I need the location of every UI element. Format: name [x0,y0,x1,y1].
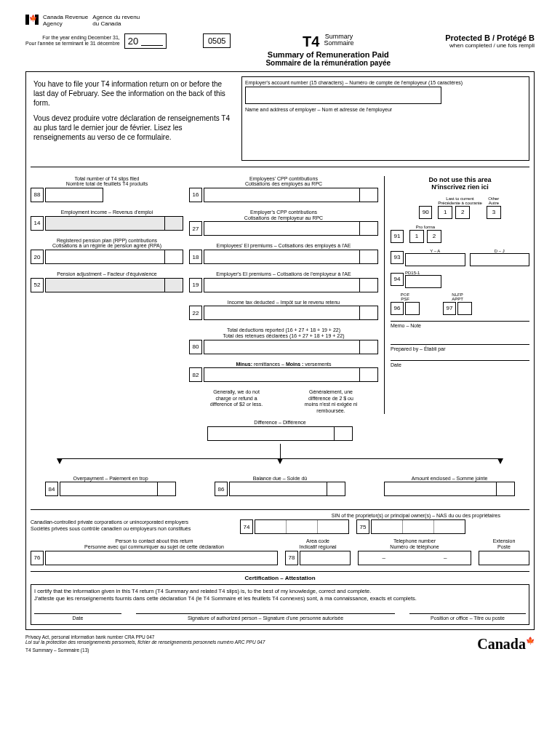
field-telephone: Telephone number Numéro de téléphone –– [358,538,471,565]
input-extension[interactable] [479,551,529,565]
form-footer: Privacy Act, personal information bank n… [25,634,535,653]
row-96-97: POF PSF96 NLFP APPT97 [391,292,529,315]
field-extension: Extension Poste [479,538,529,565]
input-74[interactable] [255,519,349,534]
field-82: Minus: remittances – Moins : versements8… [189,362,378,383]
input-82[interactable] [204,367,378,382]
year-input[interactable]: 20 [124,33,167,49]
field-22: Income tax deducted – Impôt sur le reven… [189,300,378,321]
difference-input[interactable] [207,426,353,441]
input-75[interactable] [371,519,465,534]
field-18: Employees' EI premiums – Cotisations des… [189,243,378,264]
input-telephone[interactable]: –– [358,551,471,565]
right-column: Do not use this area N'inscrivez rien ic… [384,176,529,414]
prepared-field[interactable]: Prepared by – Établi par [391,344,529,359]
input-22[interactable] [204,306,378,320]
field-16: Employees' CPP contributions Cotisations… [189,176,378,202]
input-amount[interactable] [384,482,515,496]
input-78[interactable] [300,551,351,565]
input-14[interactable] [45,216,183,231]
arrow-down-icon [497,458,503,464]
field-78: Area code Indicatif régional 78 [285,538,351,565]
field-27: Employer's CPP contributions Cotisations… [189,210,378,236]
field-amount-enclosed: Amount enclosed – Somme jointe [384,476,515,497]
agency-name: Canada Revenue Agency [43,15,88,28]
difference-notes: Generally, we do not charge or refund a … [189,389,378,414]
form-header: Canada Revenue Agency Agence du revenu d… [25,15,535,28]
cert-signature[interactable]: Signature of authorized person – Signatu… [136,613,395,621]
main-title-fr: Sommaire de la rémunération payée [241,59,415,67]
field-19: Employer's EI premiums – Cotisations de … [189,271,378,292]
arrow-down-icon [277,458,283,464]
input-86[interactable] [229,482,345,496]
input-19[interactable] [204,278,378,292]
middle-column: Employees' CPP contributions Cotisations… [189,176,378,414]
cert-position[interactable]: Position or office – Titre ou poste [409,613,526,621]
field-86: Balance due – Solde dû86 [215,476,345,497]
year-text-fr: Pour l'année se terminant le 31 décembre [25,41,120,47]
input-16[interactable] [204,188,378,202]
year-text-en: For the year ending December 31, [25,35,120,41]
form-code: 0505 [203,33,231,48]
certification-box: I certify that the information given in … [31,584,529,626]
memo-field[interactable]: Memo – Note [391,321,529,343]
canada-wordmark: Canada🍁 [477,636,535,653]
input-18[interactable] [204,250,378,264]
input-88[interactable] [45,188,103,202]
form-body: You have to file your T4 information ret… [25,71,535,631]
employer-name-input[interactable] [245,113,526,157]
main-title-en: Summary of Remuneration Paid [241,50,415,59]
row-91: 91 Pro forma12 [391,225,529,243]
field-14: Employment income – Revenus d'emploi 14 [31,210,183,231]
form-t4: T4 [303,33,319,50]
protected-label: Protected B / Protégé B [425,33,535,42]
summary-label: Summary Sommaire [324,33,353,48]
field-52: Pension adjustment – Facteur d'équivalen… [31,271,183,292]
canada-flag-icon [25,15,39,25]
input-52[interactable] [45,278,183,292]
filing-instructions: You have to file your T4 information ret… [31,76,234,161]
field-76: Person to contact about this return Pers… [31,538,278,565]
field-84: Overpayment – Paiement en trop84 [45,476,176,497]
input-27[interactable] [204,221,378,236]
field-80: Total deductions reported (16 + 27 + 18 … [189,327,378,354]
field-88: Total number of T4 slips filed Nombre to… [31,176,183,202]
input-76[interactable] [45,551,278,565]
field-20: Registered pension plan (RPP) contributi… [31,238,183,264]
left-column: Total number of T4 slips filed Nombre to… [31,176,183,414]
agency-name-fr: Agence du revenu du Canada [92,15,140,28]
input-80[interactable] [204,340,378,354]
difference-flow: Difference – Différence Overpayment – Pa… [31,420,529,503]
arrow-down-icon [57,458,63,464]
protected-sub: when completed / une fois rempli [425,42,535,49]
input-20[interactable] [45,250,183,264]
certification-section: Certification – Attestation I certify th… [31,571,529,626]
field-74: 74 [240,519,349,534]
row-94: 94 PD15-1 [391,271,529,288]
employer-account-input[interactable] [245,87,441,104]
row-90: 90 Last to current Précédente à courante… [391,196,529,219]
input-84[interactable] [60,482,176,496]
cert-date[interactable]: Date [34,613,121,621]
employer-info: Employer's account number (15 characters… [241,76,529,161]
row-93: 93 Y – AD – J [391,249,529,266]
date-field[interactable]: Date [391,360,529,375]
sin-section: SIN of the proprietor(s) or principal ow… [31,509,529,565]
field-75: 75 [356,519,465,534]
